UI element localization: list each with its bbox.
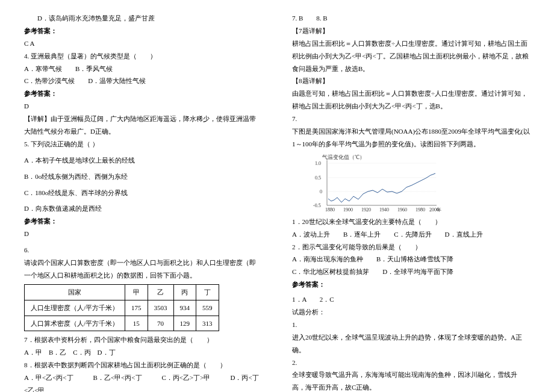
analysis-1: 进入20世纪以来，全球气温呈现波动上升的趋势，体现了全球变暖的趋势。A正确。 <box>292 331 530 356</box>
q5-option-b: B．0o经线东侧为西经、西侧为东经 <box>24 170 262 183</box>
sub-q2-options-ab: A．南海出现东海的鱼种 B．天山博格达峰雪线下降 <box>292 253 530 266</box>
svg-text:1880: 1880 <box>325 207 335 213</box>
explain-8: 由题意可知，耕地占国土面积比＝人口算数密度÷人口生理密度。通过计算可知，耕地占国… <box>292 87 530 113</box>
svg-text:0: 0 <box>320 189 322 194</box>
explain-7: 耕地占国土面积比＝人口算数密度÷人口生理密度。通过计算可知，耕地占国土面积比例由… <box>292 37 530 75</box>
q7n-text: 下图是美国国家海洋和大气管理局(NOAA)公布1880至2009年全球平均气温变… <box>292 125 530 151</box>
chart-title: 气温变化值（℃） <box>322 154 365 160</box>
q5-option-d: D．向东数值递减的是西经 <box>24 202 262 215</box>
answer-12: 1．A 2．C <box>292 293 530 306</box>
sub-q2-stem: 2．图示气温变化可能导致的后果是（ ） <box>292 241 530 254</box>
temperature-chart: 气温变化值（℃） 1.0 0.5 0 -0.5 1880 1900 1920 1… <box>310 154 443 214</box>
table-cell: 934 <box>173 300 196 316</box>
svg-text:-0.5: -0.5 <box>313 203 321 208</box>
answer-label: 参考答案： <box>24 215 262 228</box>
table-header: 丁 <box>196 284 219 300</box>
analysis-2-num: 2. <box>292 356 530 369</box>
q4-options-cd: C．热带沙漠气候 D．温带大陆性气候 <box>24 75 262 87</box>
q4-options-ab: A．寒带气候 B．季风气候 <box>24 63 262 75</box>
sub-q1-stem: 1．20世纪以来全球气温变化的主要特点是（ ） <box>292 216 530 228</box>
answer-label: 参考答案： <box>292 278 530 291</box>
answer-4: D <box>24 100 262 113</box>
answer-78: 7. B 8. B <box>292 12 530 25</box>
q5-option-c: C．180o经线是东、西半球的分界线 <box>24 187 262 199</box>
q5-stem: 5. 下列说法正确的是（ ） <box>24 138 262 151</box>
svg-text:1900: 1900 <box>343 207 353 213</box>
q8-options: A．甲<乙<丙<丁 B．乙<甲<丙<丁 C．丙<乙>丁>甲 D．丙<丁<乙<甲 <box>24 372 262 392</box>
analysis-2: 全球变暖导致气温升高，东海海域可能出现南海的鱼种，因冰川融化，雪线升高，海平面升… <box>292 369 530 392</box>
table-cell: 70 <box>148 316 173 331</box>
answer-5: D <box>24 228 262 240</box>
sub-q2-options-cd: C．华北地区树枝提前抽芽 D．全球平均海平面下降 <box>292 266 530 278</box>
explain-7-header: 【7题详解】 <box>292 25 530 37</box>
svg-text:1980: 1980 <box>416 207 425 213</box>
analysis-header: 试题分析： <box>292 306 530 319</box>
q8-stem: 8．根据表中数据判断四个国家耕地占国土面积比例正确的是（ ） <box>24 359 262 372</box>
table-cell: 3503 <box>148 300 173 316</box>
answer-label: 参考答案： <box>24 87 262 100</box>
svg-text:1.0: 1.0 <box>315 161 321 166</box>
svg-text:1940: 1940 <box>379 207 389 213</box>
table-cell: 15 <box>125 316 148 331</box>
q7-stem: 7．根据表中资料分析，四个国家中粮食问题最突出的是（ ） <box>24 334 262 346</box>
table-header: 国家 <box>25 284 125 300</box>
table-cell: 559 <box>196 300 219 316</box>
table-header: 丙 <box>173 284 196 300</box>
table-header: 甲 <box>125 284 148 300</box>
answer-label: 参考答案： <box>24 25 262 37</box>
population-table: 国家 甲 乙 丙 丁 人口生理密度（人/平方千米） 175 3503 934 5… <box>24 284 219 332</box>
explain-4: 【详解】由于亚洲幅员辽阔，广大内陆地区距海遥远，降水稀少，使得亚洲温带大陆性气候… <box>24 113 262 138</box>
svg-text:1960: 1960 <box>397 207 407 213</box>
table-cell: 129 <box>173 316 196 331</box>
q7n-number: 7. <box>292 113 530 125</box>
svg-text:1920: 1920 <box>361 207 371 213</box>
q4-stem: 4. 亚洲最典型（显著）的气候类型是（ ） <box>24 50 262 63</box>
explain-8-header: 【8题详解】 <box>292 75 530 87</box>
sub-q1-options: A．波动上升 B．逐年上升 C．先降后升 D．直线上升 <box>292 228 530 241</box>
q6-text: 请读四个国家人口算数密度（即一个地区人口与面积之比）和人口生理密度（即一个地区人… <box>24 257 262 282</box>
q5-option-a: A．本初子午线是地球仪上最长的经线 <box>24 154 262 167</box>
table-cell: 人口算术密度（人/平方千米） <box>25 316 125 331</box>
q6-number: 6. <box>24 244 262 257</box>
answer-3: C A <box>24 37 262 50</box>
table-cell: 175 <box>125 300 148 316</box>
analysis-1-num: 1. <box>292 319 530 331</box>
table-cell: 人口生理密度（人/平方千米） <box>25 300 125 316</box>
table-header: 乙 <box>148 284 173 300</box>
svg-text:年: 年 <box>437 207 441 213</box>
q7-options: A．甲 B．乙 C．丙 D．丁 <box>24 346 262 359</box>
table-cell: 313 <box>196 316 219 331</box>
svg-text:0.5: 0.5 <box>315 175 321 181</box>
q3-option-d: D．该岛屿雨水充沛热量充足，盛产甘蔗 <box>24 12 262 25</box>
